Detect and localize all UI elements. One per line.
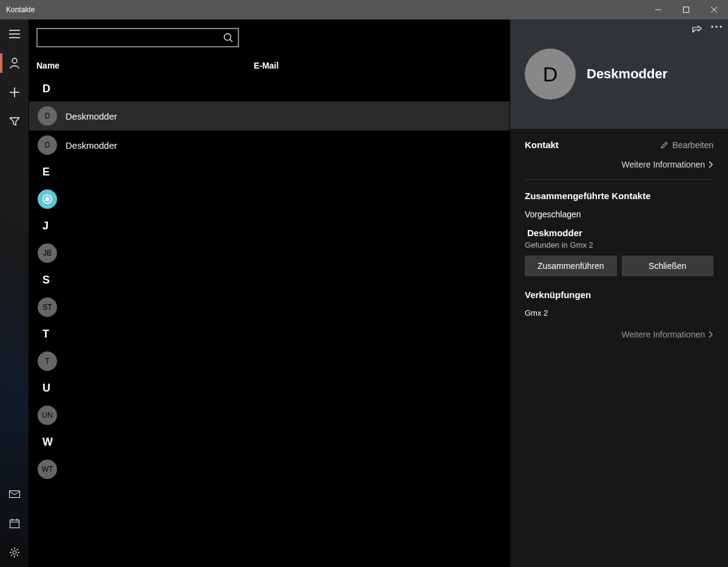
window-title: Kontakte (0, 5, 35, 14)
svg-rect-3 (10, 520, 19, 528)
suggested-heading: Vorgeschlagen (525, 209, 713, 219)
kontakt-heading: Kontakt (525, 140, 559, 150)
contact-name: Deskmodder (66, 111, 117, 121)
letter-header[interactable]: D (29, 76, 510, 101)
contact-avatar: D (38, 135, 57, 155)
maximize-icon (683, 7, 689, 13)
gear-icon (10, 548, 19, 557)
nav-rail (0, 19, 29, 567)
close-button[interactable] (700, 0, 728, 19)
column-name[interactable]: Name (36, 61, 59, 70)
nav-menu[interactable] (0, 19, 29, 49)
contact-avatar: T (38, 351, 57, 371)
add-icon (10, 87, 19, 97)
more-info-label-2: Weitere Informationen (622, 330, 705, 339)
menu-icon (9, 30, 20, 38)
contact-avatar: WT (38, 460, 57, 479)
suggestion-found: Gefunden in Gmx 2 (525, 240, 713, 250)
nav-people[interactable] (0, 49, 29, 78)
minimize-button[interactable] (644, 0, 672, 19)
detail-pane: D Deskmodder Kontakt Bearbeiten Weitere … (510, 19, 728, 567)
pin-button[interactable] (692, 25, 703, 35)
contact-row[interactable]: UN (29, 401, 510, 430)
nav-add[interactable] (0, 78, 29, 107)
svg-rect-0 (684, 7, 689, 13)
merged-heading: Zusammengeführte Kontakte (525, 191, 713, 201)
filter-icon (10, 117, 19, 126)
detail-name: Deskmodder (587, 66, 667, 82)
more-info-link-1[interactable]: Weitere Informationen (525, 160, 713, 179)
merge-button[interactable]: Zusammenführen (525, 256, 617, 276)
edit-link[interactable]: Bearbeiten (661, 140, 713, 150)
letter-header[interactable]: W (29, 430, 510, 455)
search-box[interactable] (36, 28, 239, 47)
more-info-label: Weitere Informationen (622, 160, 705, 169)
contact-list[interactable]: DDDeskmodderDDeskmodderEJJBSSTTTUUNWWT (29, 76, 510, 567)
contact-row[interactable] (29, 185, 510, 214)
nav-calendar[interactable] (0, 509, 29, 538)
nav-filter[interactable] (0, 107, 29, 136)
contact-row[interactable]: T (29, 347, 510, 376)
link-value: Gmx 2 (525, 308, 713, 317)
svg-point-4 (13, 551, 16, 554)
links-heading: Verknüpfungen (525, 290, 713, 300)
detail-avatar-initial: D (543, 63, 558, 86)
contact-row[interactable]: DDeskmodder (29, 131, 510, 160)
letter-header[interactable]: U (29, 376, 510, 401)
letter-header[interactable]: J (29, 214, 510, 239)
detail-hero: D Deskmodder (510, 19, 728, 129)
skype-avatar-icon (38, 189, 57, 209)
letter-header[interactable]: T (29, 322, 510, 347)
svg-point-9 (715, 25, 717, 27)
contact-row[interactable]: DDeskmodder (29, 101, 510, 131)
contact-avatar: D (38, 106, 57, 126)
contact-row[interactable]: ST (29, 293, 510, 322)
headset-icon (42, 194, 53, 205)
search-input[interactable] (42, 33, 223, 42)
divider (525, 179, 713, 180)
contact-avatar: ST (38, 297, 57, 317)
svg-point-10 (720, 25, 721, 27)
contact-avatar: JB (38, 243, 57, 263)
close-icon (711, 7, 717, 13)
svg-point-5 (224, 34, 231, 41)
contact-list-pane: Name E-Mail DDDeskmodderDDeskmodderEJJBS… (29, 19, 510, 567)
merge-button-label: Zusammenführen (538, 261, 604, 271)
calendar-icon (10, 518, 19, 528)
suggestion-card: Deskmodder Gefunden in Gmx 2 Zusammenfüh… (525, 228, 713, 276)
contact-row[interactable]: JB (29, 239, 510, 268)
svg-point-1 (12, 58, 17, 63)
nav-mail[interactable] (0, 480, 29, 509)
contact-row[interactable]: WT (29, 455, 510, 484)
detail-avatar: D (525, 49, 576, 100)
close-suggestion-button[interactable]: Schließen (622, 256, 714, 276)
contact-avatar: UN (38, 406, 57, 425)
mail-icon (9, 491, 20, 498)
close-suggestion-label: Schließen (649, 261, 686, 271)
search-icon (223, 33, 233, 42)
letter-header[interactable]: S (29, 268, 510, 293)
more-icon (711, 25, 722, 28)
minimize-icon (655, 7, 661, 13)
column-email[interactable]: E-Mail (254, 61, 278, 70)
people-icon (10, 58, 19, 69)
svg-point-7 (46, 197, 50, 202)
contact-name: Deskmodder (66, 140, 117, 151)
svg-point-8 (711, 25, 713, 27)
more-button[interactable] (711, 25, 722, 35)
svg-rect-2 (9, 491, 19, 498)
chevron-right-icon (709, 161, 713, 168)
maximize-button[interactable] (672, 0, 700, 19)
suggestion-name: Deskmodder (527, 228, 713, 238)
nav-settings[interactable] (0, 538, 29, 567)
title-bar: Kontakte (0, 0, 728, 19)
pencil-icon (661, 141, 669, 149)
chevron-right-icon (709, 331, 713, 338)
letter-header[interactable]: E (29, 160, 510, 185)
pin-icon (692, 25, 703, 35)
list-header: Name E-Mail (29, 47, 510, 76)
edit-label: Bearbeiten (672, 140, 713, 150)
more-info-link-2[interactable]: Weitere Informationen (525, 330, 713, 349)
